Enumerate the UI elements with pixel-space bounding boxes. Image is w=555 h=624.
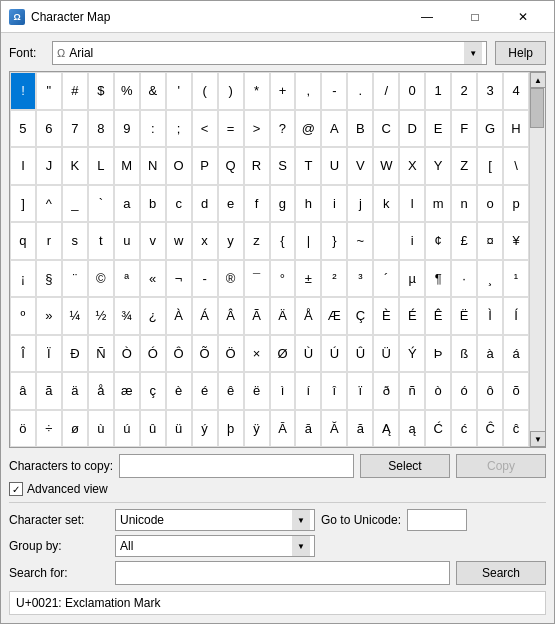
char-cell[interactable]: ¸ <box>477 260 503 298</box>
char-cell[interactable]: D <box>399 110 425 148</box>
char-cell[interactable]: Y <box>425 147 451 185</box>
char-cell[interactable]: © <box>88 260 114 298</box>
char-cell[interactable]: w <box>166 222 192 260</box>
char-cell[interactable]: : <box>140 110 166 148</box>
char-cell[interactable]: ò <box>425 372 451 410</box>
char-cell[interactable]: Ă <box>321 410 347 448</box>
char-cell[interactable]: Ú <box>321 335 347 373</box>
char-cell[interactable]: - <box>192 260 218 298</box>
char-cell[interactable]: Ì <box>477 297 503 335</box>
char-cell[interactable]: Ë <box>451 297 477 335</box>
char-cell[interactable]: l <box>399 185 425 223</box>
scroll-thumb[interactable] <box>530 88 544 128</box>
char-cell[interactable]: Ñ <box>88 335 114 373</box>
char-cell[interactable]: Ê <box>425 297 451 335</box>
char-cell[interactable]: å <box>88 372 114 410</box>
char-cell[interactable]: b <box>140 185 166 223</box>
char-cell[interactable]: C <box>373 110 399 148</box>
char-cell[interactable]: ¨ <box>62 260 88 298</box>
char-cell[interactable]: H <box>503 110 529 148</box>
char-cell[interactable]: £ <box>451 222 477 260</box>
char-cell[interactable]: è <box>166 372 192 410</box>
char-cell[interactable]: p <box>503 185 529 223</box>
char-cell[interactable]: ` <box>88 185 114 223</box>
char-cell[interactable]: = <box>218 110 244 148</box>
char-cell[interactable]: ä <box>62 372 88 410</box>
char-cell[interactable]: e <box>218 185 244 223</box>
char-cell[interactable]: ñ <box>399 372 425 410</box>
char-cell[interactable]: ì <box>270 372 296 410</box>
char-cell[interactable]: ÿ <box>244 410 270 448</box>
char-cell[interactable]: ª <box>114 260 140 298</box>
search-button[interactable]: Search <box>456 561 546 585</box>
char-cell[interactable]: ( <box>192 72 218 110</box>
char-cell[interactable]: c <box>166 185 192 223</box>
char-cell[interactable]: ' <box>166 72 192 110</box>
char-cell[interactable]: Í <box>503 297 529 335</box>
char-cell[interactable]: ! <box>10 72 36 110</box>
char-cell[interactable]: ą <box>399 410 425 448</box>
char-cell[interactable]: x <box>192 222 218 260</box>
char-cell[interactable]: [ <box>477 147 503 185</box>
char-cell[interactable]: Æ <box>321 297 347 335</box>
minimize-button[interactable]: — <box>404 1 450 33</box>
char-cell[interactable]: ® <box>218 260 244 298</box>
char-cell[interactable]: ) <box>218 72 244 110</box>
char-cell[interactable]: Á <box>192 297 218 335</box>
char-cell[interactable]: f <box>244 185 270 223</box>
char-cell[interactable]: Ç <box>347 297 373 335</box>
char-cell[interactable]: Ô <box>166 335 192 373</box>
char-cell[interactable]: ´ <box>373 260 399 298</box>
char-cell[interactable]: { <box>270 222 296 260</box>
close-button[interactable]: ✕ <box>500 1 546 33</box>
char-cell[interactable]: N <box>140 147 166 185</box>
advanced-view-label[interactable]: ✓ Advanced view <box>9 482 108 496</box>
char-cell[interactable]: I <box>10 147 36 185</box>
scroll-up-button[interactable]: ▲ <box>530 72 546 88</box>
goto-unicode-input[interactable] <box>407 509 467 531</box>
char-cell[interactable]: s <box>62 222 88 260</box>
char-cell[interactable]: Ć <box>425 410 451 448</box>
char-cell[interactable]: * <box>244 72 270 110</box>
char-cell[interactable]: 8 <box>88 110 114 148</box>
char-cell[interactable]: ø <box>62 410 88 448</box>
char-cell[interactable]: O <box>166 147 192 185</box>
char-cell[interactable]: ¿ <box>140 297 166 335</box>
char-cell[interactable]: i <box>321 185 347 223</box>
char-cell[interactable]: Ó <box>140 335 166 373</box>
char-cell[interactable]: K <box>62 147 88 185</box>
char-cell[interactable]: ć <box>451 410 477 448</box>
char-cell[interactable]: A <box>321 110 347 148</box>
char-cell[interactable]: Ý <box>399 335 425 373</box>
char-cell[interactable]: ¥ <box>503 222 529 260</box>
char-cell[interactable]: r <box>36 222 62 260</box>
char-cell[interactable]: Ò <box>114 335 140 373</box>
char-cell[interactable]: ¢ <box>425 222 451 260</box>
char-cell[interactable]: ð <box>373 372 399 410</box>
char-cell[interactable]: § <box>36 260 62 298</box>
char-cell[interactable]: % <box>114 72 140 110</box>
char-cell[interactable]: ú <box>114 410 140 448</box>
char-cell[interactable]: J <box>36 147 62 185</box>
char-cell[interactable]: ³ <box>347 260 373 298</box>
chars-to-copy-input[interactable] <box>119 454 354 478</box>
char-cell[interactable]: Î <box>10 335 36 373</box>
char-cell[interactable]: ? <box>270 110 296 148</box>
char-cell[interactable]: k <box>373 185 399 223</box>
char-cell[interactable]: é <box>192 372 218 410</box>
char-cell[interactable]: à <box>477 335 503 373</box>
char-cell[interactable]: Ü <box>373 335 399 373</box>
char-cell[interactable]: > <box>244 110 270 148</box>
char-cell[interactable]: _ <box>62 185 88 223</box>
char-cell[interactable]: d <box>192 185 218 223</box>
char-cell[interactable]: Ï <box>36 335 62 373</box>
char-cell[interactable]: Ā <box>270 410 296 448</box>
char-cell[interactable]: ; <box>166 110 192 148</box>
scroll-down-button[interactable]: ▼ <box>530 431 546 447</box>
character-set-dropdown-button[interactable]: ▼ <box>292 510 310 530</box>
char-cell[interactable]: i <box>399 222 425 260</box>
char-cell[interactable]: B <box>347 110 373 148</box>
char-cell[interactable]: 6 <box>36 110 62 148</box>
char-cell[interactable]: º <box>10 297 36 335</box>
char-cell[interactable]: Ã <box>244 297 270 335</box>
